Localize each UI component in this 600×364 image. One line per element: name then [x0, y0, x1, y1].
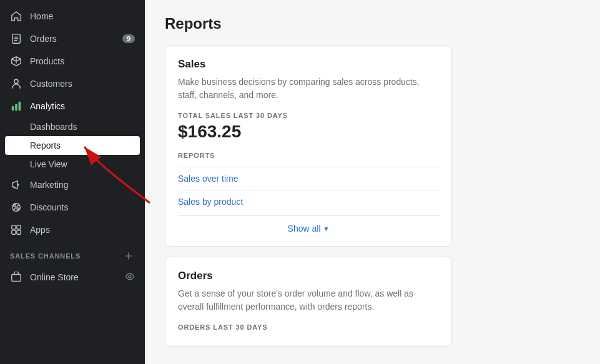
sales-channels-label: SALES CHANNELS [10, 252, 81, 260]
orders-card-description: Get a sense of your store's order volume… [178, 287, 439, 313]
sidebar-item-apps-label: Apps [30, 225, 50, 235]
chevron-down-icon: ▼ [323, 225, 330, 232]
orders-icon [10, 32, 22, 45]
sidebar-item-online-store[interactable]: Online Store [0, 266, 145, 288]
orders-badge: 9 [122, 34, 135, 43]
sidebar-item-analytics[interactable]: Analytics [0, 95, 145, 117]
svg-point-12 [129, 275, 131, 278]
sidebar: Home Orders 9 Products [0, 0, 145, 364]
apps-icon [10, 224, 22, 236]
add-sales-channel-button[interactable] [122, 250, 135, 262]
svg-rect-9 [12, 230, 16, 234]
svg-point-5 [14, 205, 16, 207]
svg-rect-2 [12, 106, 14, 111]
sidebar-item-marketing-label: Marketing [30, 180, 68, 190]
sidebar-item-orders-label: Orders [30, 34, 57, 44]
sales-channels-header: SALES CHANNELS [0, 241, 145, 266]
svg-rect-10 [17, 230, 21, 234]
online-store-eye-icon[interactable] [125, 272, 135, 283]
customers-icon [10, 77, 22, 90]
svg-rect-3 [15, 104, 17, 111]
sidebar-item-discounts[interactable]: Discounts [0, 196, 145, 219]
sidebar-item-products[interactable]: Products [0, 50, 145, 72]
total-sales-label: TOTAL SALES LAST 30 DAYS [178, 112, 439, 119]
sidebar-item-home[interactable]: Home [0, 5, 145, 27]
sidebar-item-liveview[interactable]: Live View [0, 155, 145, 174]
svg-point-6 [17, 208, 19, 210]
orders-card-title: Orders [178, 270, 439, 282]
reports-section-label: REPORTS [178, 152, 439, 159]
discounts-icon [10, 201, 22, 214]
orders-card: Orders Get a sense of your store's order… [165, 257, 452, 347]
sales-over-time-link[interactable]: Sales over time [178, 167, 439, 190]
home-icon [10, 10, 22, 22]
page-title: Reports [165, 15, 580, 32]
online-store-icon [10, 271, 22, 283]
svg-point-1 [14, 79, 18, 83]
sidebar-item-online-store-label: Online Store [30, 272, 79, 282]
sidebar-item-apps[interactable]: Apps [0, 219, 145, 241]
sales-card-title: Sales [178, 58, 439, 71]
sales-card-description: Make business decisions by comparing sal… [178, 76, 439, 102]
main-content: Reports Sales Make business decisions by… [145, 0, 600, 364]
svg-rect-4 [19, 102, 21, 111]
svg-rect-7 [12, 225, 16, 229]
sidebar-item-analytics-label: Analytics [30, 101, 65, 111]
sidebar-item-dashboards[interactable]: Dashboards [0, 117, 145, 136]
svg-rect-8 [17, 225, 21, 229]
orders-stat-label: ORDERS LAST 30 DAYS [178, 323, 439, 331]
analytics-subnav: Dashboards Reports Live View [0, 117, 145, 174]
svg-rect-11 [12, 275, 21, 282]
sidebar-item-marketing[interactable]: Marketing [0, 174, 145, 196]
sidebar-item-customers[interactable]: Customers [0, 72, 145, 95]
show-all-button[interactable]: Show all ▼ [178, 215, 439, 234]
sidebar-item-home-label: Home [30, 11, 53, 21]
sidebar-item-orders[interactable]: Orders 9 [0, 27, 145, 50]
sidebar-item-reports[interactable]: Reports [5, 136, 140, 155]
sales-card: Sales Make business decisions by compari… [165, 45, 452, 247]
marketing-icon [10, 179, 22, 191]
sidebar-item-products-label: Products [30, 56, 64, 66]
sidebar-item-customers-label: Customers [30, 79, 72, 89]
total-sales-value: $163.25 [178, 122, 439, 142]
sales-by-product-link[interactable]: Sales by product [178, 190, 439, 213]
sidebar-item-discounts-label: Discounts [30, 202, 68, 212]
analytics-icon [10, 100, 22, 112]
products-icon [10, 55, 22, 67]
